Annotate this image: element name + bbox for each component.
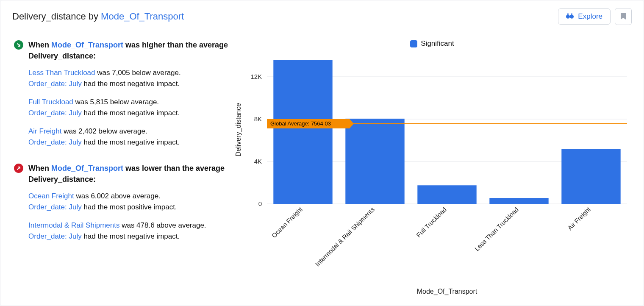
card-actions: Explore bbox=[558, 8, 632, 25]
dimension-link[interactable]: Mode_Of_Transport bbox=[51, 41, 123, 49]
svg-rect-13 bbox=[273, 60, 332, 204]
y-axis-label: Delivery_distance bbox=[235, 103, 242, 156]
insight-bullets-lower: Ocean Freight was 6,002 above average. O… bbox=[14, 191, 233, 242]
bookmark-button[interactable] bbox=[615, 8, 632, 25]
svg-text:4K: 4K bbox=[254, 158, 262, 165]
explore-label: Explore bbox=[578, 12, 602, 21]
insights-panel: When Mode_Of_Transport was higher than t… bbox=[12, 39, 233, 297]
explore-button[interactable]: Explore bbox=[558, 8, 611, 25]
bar-chart[interactable]: 04K8K12KGlobal Average: 7564.03Ocean Fre… bbox=[233, 51, 632, 297]
title-prefix: Delivery_distance by bbox=[12, 11, 101, 22]
value-link[interactable]: Order_date: July bbox=[28, 138, 82, 146]
card-title: Delivery_distance by Mode_Of_Transport bbox=[12, 11, 184, 22]
value-link[interactable]: Order_date: July bbox=[28, 80, 82, 88]
insight-card: Delivery_distance by Mode_Of_Transport E… bbox=[0, 0, 644, 306]
value-link[interactable]: Less Than Truckload bbox=[28, 69, 95, 77]
insight-block-lower: When Mode_Of_Transport was lower than th… bbox=[14, 163, 233, 242]
x-axis-label: Mode_Of_Transport bbox=[417, 288, 477, 295]
trend-up-icon bbox=[14, 164, 23, 173]
svg-rect-4 bbox=[571, 14, 572, 15]
value-link[interactable]: Order_date: July bbox=[28, 203, 82, 211]
insight-bullet: Intermodal & Rail Shipments was 478.6 ab… bbox=[28, 220, 233, 242]
binoculars-icon bbox=[566, 12, 574, 21]
insight-heading-text: When Mode_Of_Transport was higher than t… bbox=[28, 39, 233, 61]
insight-bullet: Air Freight was 2,402 below average. Ord… bbox=[28, 126, 233, 147]
svg-rect-15 bbox=[417, 185, 476, 204]
x-tick-label: Ocean Freight bbox=[270, 206, 304, 239]
x-tick-label: Less Than Truckload bbox=[473, 206, 520, 252]
bookmark-icon bbox=[620, 12, 626, 21]
svg-rect-2 bbox=[569, 16, 571, 17]
global-average-tag: Global Average: 7564.03 bbox=[270, 120, 331, 127]
legend-swatch bbox=[410, 40, 417, 47]
value-link[interactable]: Full Truckload bbox=[28, 98, 73, 106]
insight-bullets-higher: Less Than Truckload was 7,005 below aver… bbox=[14, 67, 233, 147]
svg-point-0 bbox=[566, 15, 570, 19]
svg-text:0: 0 bbox=[258, 200, 262, 207]
svg-rect-17 bbox=[561, 149, 620, 204]
value-link[interactable]: Air Freight bbox=[28, 127, 61, 135]
chart-legend[interactable]: Significant bbox=[233, 39, 632, 48]
value-link[interactable]: Order_date: July bbox=[28, 109, 82, 117]
card-header: Delivery_distance by Mode_Of_Transport E… bbox=[12, 8, 632, 25]
insight-bullet: Full Truckload was 5,815 below average. … bbox=[28, 97, 233, 118]
x-tick-label: Air Freight bbox=[566, 206, 592, 232]
title-dimension-link[interactable]: Mode_Of_Transport bbox=[101, 11, 184, 22]
insight-bullet: Less Than Truckload was 7,005 below aver… bbox=[28, 67, 233, 89]
chart-panel: Significant 04K8K12KGlobal Average: 7564… bbox=[233, 39, 632, 297]
x-tick-label: Intermodal & Rail Shipments bbox=[314, 206, 376, 267]
svg-point-1 bbox=[570, 15, 574, 19]
insight-block-higher: When Mode_Of_Transport was higher than t… bbox=[14, 39, 233, 147]
value-link[interactable]: Intermodal & Rail Shipments bbox=[28, 221, 119, 229]
value-link[interactable]: Order_date: July bbox=[28, 232, 82, 240]
svg-text:8K: 8K bbox=[254, 115, 262, 122]
insight-bullet: Ocean Freight was 6,002 above average. O… bbox=[28, 191, 233, 212]
insight-heading: When Mode_Of_Transport was higher than t… bbox=[14, 39, 233, 61]
legend-label: Significant bbox=[421, 39, 454, 48]
svg-text:12K: 12K bbox=[250, 73, 262, 80]
trend-down-icon bbox=[14, 40, 23, 50]
dimension-link[interactable]: Mode_Of_Transport bbox=[51, 164, 123, 172]
value-link[interactable]: Ocean Freight bbox=[28, 192, 74, 200]
svg-rect-3 bbox=[567, 14, 569, 15]
svg-rect-16 bbox=[489, 198, 548, 204]
insight-heading: When Mode_Of_Transport was lower than th… bbox=[14, 163, 233, 185]
insight-heading-text: When Mode_Of_Transport was lower than th… bbox=[28, 163, 233, 185]
card-body: When Mode_Of_Transport was higher than t… bbox=[12, 39, 632, 297]
svg-rect-14 bbox=[345, 119, 404, 204]
x-tick-label: Full Truckload bbox=[415, 206, 448, 239]
